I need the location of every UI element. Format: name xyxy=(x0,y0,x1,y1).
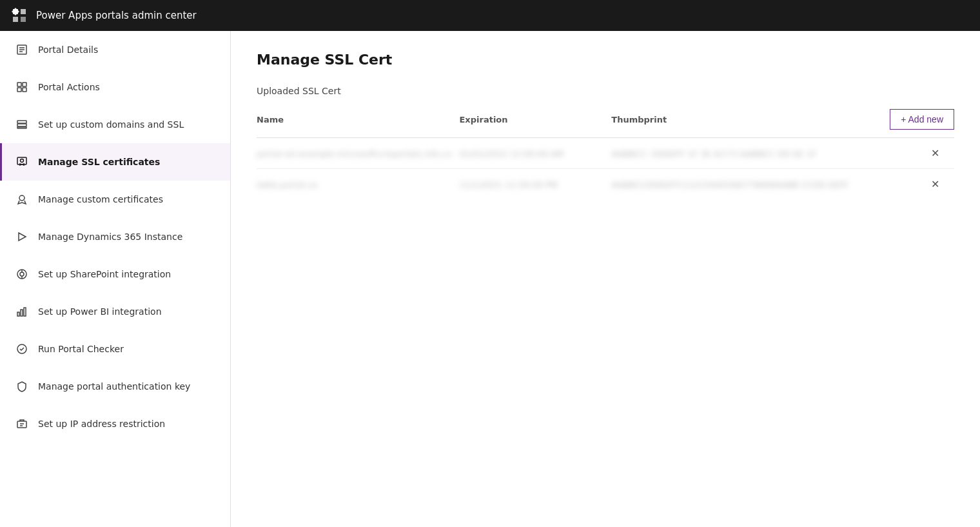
sidebar-label-powerbi: Set up Power BI integration xyxy=(38,306,162,317)
sidebar-label-manage-ssl: Manage SSL certificates xyxy=(38,157,160,167)
svg-rect-13 xyxy=(17,121,26,123)
chart-icon xyxy=(15,304,29,319)
table-row: table.portal.co 11/1/2021 11:59:59 PM AA… xyxy=(257,169,954,199)
cert-icon xyxy=(15,155,29,169)
svg-point-18 xyxy=(19,195,24,201)
shield-icon xyxy=(15,379,29,393)
svg-rect-9 xyxy=(17,83,21,86)
cell-thumbprint-2: AABBCCDDEEFF112233445566778899AABB CCDD … xyxy=(611,178,916,190)
sidebar-label-sharepoint: Set up SharePoint integration xyxy=(38,269,171,279)
expiration-value-1: 01/01/2022 12:00:00 AM xyxy=(459,149,564,159)
sidebar-label-portal-details: Portal Details xyxy=(38,45,98,55)
sidebar-label-portal-checker: Run Portal Checker xyxy=(38,344,124,354)
table-row: portal-ssl-example.microsoftcrmportals.i… xyxy=(257,138,954,169)
sidebar-label-auth-key: Manage portal authentication key xyxy=(38,381,190,392)
thumbprint-value-1: AABBCC: DDEEFF 1F 3E A3 F3 AABBCC DD EE … xyxy=(611,149,816,159)
sidebar-item-portal-checker[interactable]: Run Portal Checker xyxy=(0,330,230,368)
svg-rect-1 xyxy=(21,9,26,14)
page-title: Manage SSL Cert xyxy=(257,52,954,68)
custom-cert-icon xyxy=(15,192,29,206)
svg-rect-3 xyxy=(21,17,26,22)
sidebar-label-manage-dynamics: Manage Dynamics 365 Instance xyxy=(38,232,182,242)
cell-thumbprint-1: AABBCC: DDEEFF 1F 3E A3 F3 AABBCC DD EE … xyxy=(611,147,916,159)
sidebar-label-custom-domains: Set up custom domains and SSL xyxy=(38,119,184,130)
col-header-expiration: Expiration xyxy=(459,115,611,124)
svg-rect-24 xyxy=(17,312,19,316)
section-label: Uploaded SSL Cert xyxy=(257,86,954,96)
svg-point-21 xyxy=(20,272,24,276)
sharepoint-icon xyxy=(15,267,29,281)
delete-row-1-button[interactable]: ✕ xyxy=(916,147,954,159)
cell-expiration-2: 11/1/2021 11:59:59 PM xyxy=(459,178,611,190)
delete-row-2-button[interactable]: ✕ xyxy=(916,178,954,190)
name-value-2: table.portal.co xyxy=(257,180,318,190)
svg-rect-11 xyxy=(17,88,21,92)
sidebar-item-portal-details[interactable]: Portal Details xyxy=(0,31,230,68)
sidebar-item-powerbi[interactable]: Set up Power BI integration xyxy=(0,293,230,330)
svg-rect-12 xyxy=(23,88,26,92)
cell-name-2: table.portal.co xyxy=(257,178,459,190)
name-value-1: portal-ssl-example.microsoftcrmportals.i… xyxy=(257,149,452,159)
topbar: Power Apps portals admin center xyxy=(0,0,980,31)
app-title: Power Apps portals admin center xyxy=(36,10,197,21)
app-logo xyxy=(10,6,28,25)
svg-rect-28 xyxy=(17,421,26,428)
sidebar-label-ip-restriction: Set up IP address restriction xyxy=(38,419,165,429)
sidebar-item-custom-domains[interactable]: Set up custom domains and SSL xyxy=(0,106,230,143)
sidebar-item-sharepoint[interactable]: Set up SharePoint integration xyxy=(0,255,230,293)
sidebar: Portal Details Portal Actions xyxy=(0,31,231,527)
expiration-value-2: 11/1/2021 11:59:59 PM xyxy=(459,180,557,190)
svg-marker-4 xyxy=(12,8,19,15)
puzzle-icon xyxy=(15,80,29,94)
col-header-thumbprint: Thumbprint xyxy=(611,115,916,124)
sidebar-item-portal-actions[interactable]: Portal Actions xyxy=(0,68,230,106)
sidebar-item-manage-ssl[interactable]: Manage SSL certificates xyxy=(0,143,230,181)
play-icon xyxy=(15,230,29,244)
svg-rect-26 xyxy=(24,308,26,316)
list-icon xyxy=(15,43,29,57)
svg-rect-10 xyxy=(23,83,26,86)
svg-rect-15 xyxy=(17,127,26,128)
sidebar-item-manage-custom-certs[interactable]: Manage custom certificates xyxy=(0,181,230,218)
main-content: Manage SSL Cert Uploaded SSL Cert Name E… xyxy=(231,31,980,527)
cell-name-1: portal-ssl-example.microsoftcrmportals.i… xyxy=(257,147,459,159)
svg-rect-2 xyxy=(13,17,18,22)
checker-icon xyxy=(15,342,29,356)
sidebar-label-manage-custom-certs: Manage custom certificates xyxy=(38,194,163,204)
col-header-name: Name xyxy=(257,115,459,124)
thumbprint-value-2: AABBCCDDEEFF112233445566778899AABB CCDD … xyxy=(611,180,848,190)
sidebar-item-auth-key[interactable]: Manage portal authentication key xyxy=(0,368,230,405)
svg-rect-14 xyxy=(17,124,26,126)
svg-point-17 xyxy=(21,159,24,163)
svg-rect-25 xyxy=(21,310,23,316)
cell-expiration-1: 01/01/2022 12:00:00 AM xyxy=(459,147,611,159)
sidebar-item-manage-dynamics[interactable]: Manage Dynamics 365 Instance xyxy=(0,218,230,255)
svg-marker-19 xyxy=(19,233,26,241)
ip-icon xyxy=(15,417,29,431)
sidebar-item-ip-restriction[interactable]: Set up IP address restriction xyxy=(0,405,230,442)
svg-rect-16 xyxy=(17,157,26,164)
add-new-button[interactable]: + Add new xyxy=(890,109,954,130)
sidebar-label-portal-actions: Portal Actions xyxy=(38,82,100,92)
layers-icon xyxy=(15,117,29,132)
